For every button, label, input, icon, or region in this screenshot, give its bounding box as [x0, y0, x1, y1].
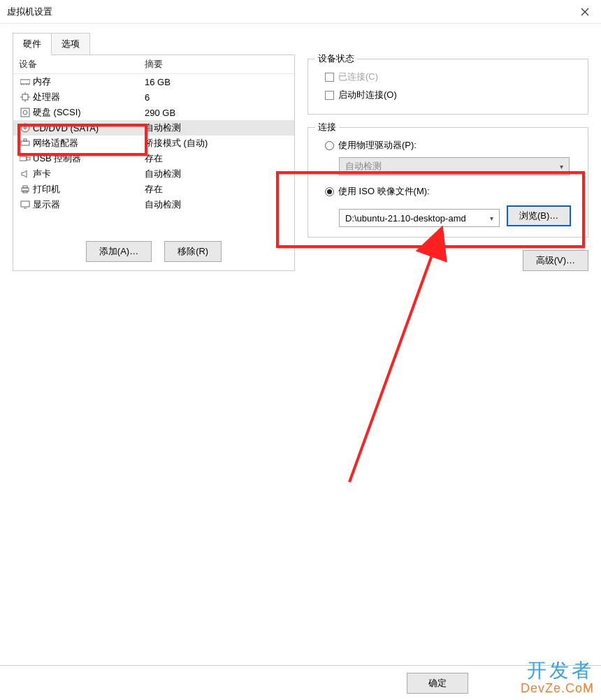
- watermark: 开发者 DevZe.CoM: [521, 657, 594, 696]
- svg-rect-16: [20, 156, 27, 161]
- col-summary: 摘要: [145, 58, 163, 71]
- connected-label: 已连接(C): [338, 71, 378, 83]
- hardware-summary: 16 GB: [145, 77, 171, 87]
- iso-radio[interactable]: 使用 ISO 映像文件(M):: [318, 182, 578, 200]
- hardware-label: 打印机: [31, 183, 145, 196]
- hardware-summary: 自动检测: [145, 122, 181, 134]
- svg-point-12: [21, 124, 29, 132]
- svg-rect-15: [24, 139, 27, 141]
- chevron-down-icon: ▾: [490, 214, 493, 222]
- hardware-row[interactable]: 硬盘 (SCSI)290 GB: [13, 105, 294, 120]
- ok-button[interactable]: 确定: [407, 673, 468, 694]
- svg-rect-19: [23, 186, 27, 188]
- window-title: 虚拟机设置: [7, 6, 52, 18]
- svg-rect-0: [20, 80, 30, 84]
- titlebar: 虚拟机设置: [0, 0, 601, 24]
- physical-drive-radio[interactable]: 使用物理驱动器(P):: [318, 136, 578, 154]
- hardware-row[interactable]: 声卡自动检测: [13, 166, 294, 182]
- connect-on-start-row[interactable]: 启动时连接(O): [318, 86, 578, 104]
- add-button[interactable]: 添加(A)…: [86, 241, 152, 262]
- hardware-row[interactable]: 网络适配器桥接模式 (自动): [13, 136, 294, 151]
- browse-button[interactable]: 浏览(B)…: [507, 205, 571, 226]
- hardware-buttons: 添加(A)… 移除(R): [13, 233, 294, 270]
- col-device: 设备: [19, 58, 145, 71]
- hardware-summary: 桥接模式 (自动): [145, 137, 208, 150]
- watermark-url: DevZe.CoM: [521, 681, 594, 696]
- hardware-summary: 290 GB: [145, 108, 175, 118]
- hardware-label: 硬盘 (SCSI): [31, 106, 145, 119]
- hardware-summary: 6: [145, 92, 150, 103]
- tab-hardware[interactable]: 硬件: [13, 33, 52, 55]
- hardware-summary: 存在: [145, 152, 163, 165]
- watermark-title: 开发者: [521, 657, 594, 684]
- iso-path-select[interactable]: D:\ubuntu-21.10-desktop-amd ▾: [339, 209, 500, 227]
- iso-label: 使用 ISO 映像文件(M):: [338, 185, 430, 198]
- hardware-row[interactable]: 显示器自动检测: [13, 197, 294, 212]
- svg-rect-21: [21, 201, 29, 207]
- hardware-header: 设备 摘要: [13, 55, 294, 74]
- physical-drive-select: 自动检测 ▾: [339, 157, 570, 175]
- sound-icon: [19, 169, 31, 179]
- cpu-icon: [19, 92, 31, 102]
- connect-on-start-label: 启动时连接(O): [338, 89, 397, 101]
- tabs: 硬件 选项: [0, 24, 601, 54]
- svg-line-23: [349, 251, 433, 482]
- hardware-label: 内存: [31, 75, 145, 88]
- advanced-button[interactable]: 高级(V)…: [523, 250, 588, 271]
- iso-path-value: D:\ubuntu-21.10-desktop-amd: [345, 213, 466, 224]
- hardware-label: 显示器: [31, 198, 145, 211]
- svg-rect-5: [22, 94, 28, 100]
- hardware-label: CD/DVD (SATA): [31, 123, 145, 133]
- hardware-row[interactable]: 打印机存在: [13, 182, 294, 197]
- physical-drive-label: 使用物理驱动器(P):: [338, 139, 417, 152]
- svg-point-11: [23, 110, 27, 115]
- radio-icon: [325, 141, 334, 150]
- dialog-footer: 确定: [0, 665, 601, 700]
- hardware-summary: 自动检测: [145, 168, 181, 180]
- connected-checkbox-row: 已连接(C): [318, 68, 578, 86]
- hardware-row[interactable]: CD/DVD (SATA)自动检测: [13, 120, 294, 136]
- hardware-label: 网络适配器: [31, 137, 145, 150]
- memory-icon: [19, 78, 31, 85]
- physical-drive-value: 自动检测: [345, 160, 382, 173]
- svg-rect-10: [21, 108, 29, 117]
- close-icon: [581, 8, 589, 16]
- usb-icon: [19, 155, 31, 162]
- svg-point-13: [24, 127, 27, 129]
- chevron-down-icon: ▾: [560, 163, 563, 170]
- hardware-row[interactable]: USB 控制器存在: [13, 151, 294, 166]
- disk-icon: [19, 108, 31, 117]
- settings-panel: 设备状态 已连接(C) 启动时连接(O) 连接 使用物理驱动器(P): 自动检测…: [307, 54, 588, 271]
- net-icon: [19, 138, 31, 148]
- svg-rect-17: [27, 157, 30, 160]
- hardware-label: 声卡: [31, 168, 145, 180]
- hardware-label: 处理器: [31, 91, 145, 103]
- checkbox-icon: [325, 91, 334, 100]
- device-status-group: 设备状态 已连接(C) 启动时连接(O): [307, 59, 588, 115]
- hardware-panel: 设备 摘要 内存16 GB处理器6硬盘 (SCSI)290 GBCD/DVD (…: [13, 54, 295, 271]
- cd-icon: [19, 123, 31, 133]
- hardware-summary: 自动检测: [145, 198, 181, 211]
- checkbox-icon: [325, 73, 334, 82]
- connection-legend: 连接: [315, 121, 339, 133]
- close-button[interactable]: [569, 0, 601, 24]
- remove-button[interactable]: 移除(R): [164, 241, 222, 262]
- hardware-label: USB 控制器: [31, 152, 145, 165]
- hardware-row[interactable]: 内存16 GB: [13, 74, 294, 89]
- svg-rect-14: [21, 141, 29, 145]
- display-icon: [19, 200, 31, 209]
- printer-icon: [19, 184, 31, 194]
- tab-options[interactable]: 选项: [52, 33, 90, 55]
- connection-group: 连接 使用物理驱动器(P): 自动检测 ▾ 使用 ISO 映像文件(M): D:…: [307, 127, 588, 238]
- hardware-summary: 存在: [145, 183, 163, 196]
- radio-icon: [325, 187, 334, 196]
- device-status-legend: 设备状态: [315, 52, 357, 65]
- hardware-row[interactable]: 处理器6: [13, 89, 294, 105]
